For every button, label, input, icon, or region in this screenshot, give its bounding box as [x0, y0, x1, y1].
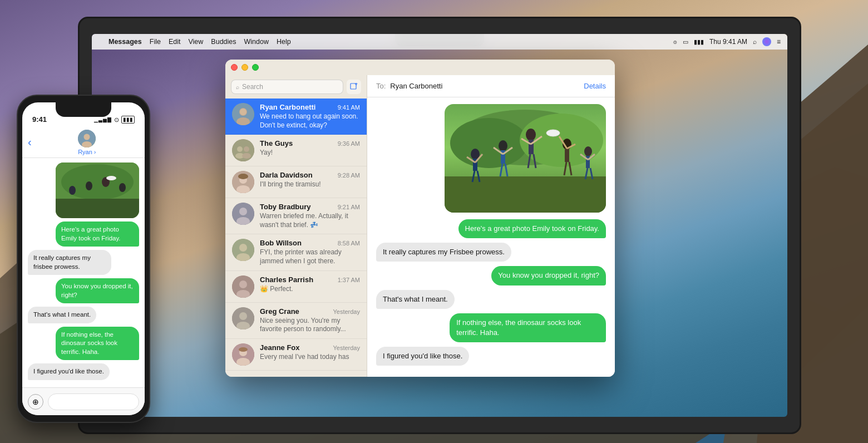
conv-time-jeanne: Yesterday — [333, 344, 360, 351]
chat-area: To: Ryan Carbonetti Details — [367, 75, 615, 377]
control-center-icon[interactable]: ≡ — [777, 38, 781, 46]
compose-icon — [350, 83, 358, 91]
avatar-greg-image — [232, 307, 254, 329]
menu-window[interactable]: Window — [244, 38, 269, 46]
conv-header-guys: The Guys 9:36 AM — [260, 139, 360, 147]
close-button[interactable] — [231, 64, 238, 71]
chat-photo-frisbee — [445, 104, 606, 213]
avatar-bob — [232, 239, 254, 261]
back-button[interactable]: ‹ — [28, 136, 32, 149]
avatar-ryan — [232, 103, 254, 125]
conv-time-guys: 9:36 AM — [338, 140, 360, 147]
conv-name-charles: Charles Parrish — [260, 275, 313, 284]
conv-content-jeanne: Jeanne Fox Yesterday Every meal I've had… — [260, 343, 360, 362]
battery-icon: ▮▮▮ — [694, 38, 704, 46]
svg-point-53 — [546, 130, 560, 136]
spotlight-icon[interactable]: ⌕ — [753, 38, 757, 46]
conversations-sidebar: ⌕ Search — [225, 75, 367, 377]
iphone-bubble-received-1: It really captures my frisbee prowess. — [28, 250, 111, 275]
svg-point-30 — [239, 312, 247, 320]
conversation-charles[interactable]: Charles Parrish 1:37 AM 👑 Perfect. — [225, 271, 367, 303]
svg-rect-55 — [565, 149, 569, 162]
macbook-screen: Messages File Edit View Buddies Window H… — [92, 34, 787, 417]
iphone-bubble-received-2: That's what I meant. — [28, 307, 96, 323]
avatar-darla — [232, 171, 254, 193]
conversation-list: Ryan Carbonetti 9:41 AM We need to hang … — [225, 99, 367, 377]
window-body: ⌕ Search — [225, 75, 615, 377]
iphone-notch — [56, 102, 111, 117]
svg-point-82 — [106, 176, 116, 180]
avatar-ryan-image — [232, 103, 254, 125]
conversation-darla[interactable]: Darla Davidson 9:28 AM I'll bring the ti… — [225, 166, 367, 198]
avatar-charles — [232, 275, 254, 298]
menu-buddies[interactable]: Buddies — [211, 38, 236, 46]
conv-header-darla: Darla Davidson 9:28 AM — [260, 171, 360, 179]
conv-preview-greg: Nice seeing you. You're my favorite pers… — [260, 317, 360, 334]
svg-point-12 — [237, 146, 243, 152]
conv-preview-bob: FYI, the printer was already jammed when… — [260, 248, 360, 265]
maximize-button[interactable] — [252, 64, 259, 71]
conversation-toby[interactable]: Toby Bradbury 9:21 AM Warren briefed me.… — [225, 198, 367, 234]
menu-view[interactable]: View — [188, 38, 203, 46]
details-button[interactable]: Details — [584, 82, 606, 90]
svg-point-15 — [242, 153, 251, 159]
chat-bubble-sent-1: Here's a great photo Emily took on Frida… — [458, 219, 606, 238]
conv-content-greg: Greg Crane Yesterday Nice seeing you. Yo… — [260, 307, 360, 334]
conversation-the-guys[interactable]: The Guys 9:36 AM Yay! — [225, 135, 367, 166]
conv-content-bob: Bob Willson 8:58 AM FYI, the printer was… — [260, 239, 360, 265]
minimize-button[interactable] — [241, 64, 248, 71]
to-label: To: — [376, 82, 386, 90]
menu-help[interactable]: Help — [277, 38, 291, 46]
svg-point-73 — [84, 134, 90, 140]
conv-preview-jeanne: Every meal I've had today has — [260, 353, 360, 362]
iphone-input-bar: ⊕ — [22, 387, 145, 415]
svg-rect-77 — [56, 199, 139, 218]
svg-point-19 — [238, 174, 248, 179]
conv-time-ryan: 9:41 AM — [338, 104, 360, 111]
conv-header-charles: Charles Parrish 1:37 AM — [260, 275, 360, 284]
signal-bars-icon: ▁▃▅▇ — [94, 117, 112, 122]
search-box[interactable]: ⌕ Search — [231, 80, 343, 94]
svg-point-11 — [232, 139, 254, 161]
conversation-greg[interactable]: Greg Crane Yesterday Nice seeing you. Yo… — [225, 303, 367, 339]
avatar-charles-image — [232, 275, 254, 298]
app-name-menu[interactable]: Messages — [108, 38, 142, 46]
conv-time-toby: 9:21 AM — [338, 204, 360, 210]
siri-icon[interactable] — [762, 37, 771, 46]
avatar-toby — [232, 203, 254, 225]
conv-time-darla: 9:28 AM — [338, 172, 360, 179]
conversation-jeanne[interactable]: Jeanne Fox Yesterday Every meal I've had… — [225, 339, 367, 371]
avatar-jeanne — [232, 343, 254, 366]
iphone-clock: 9:41 — [32, 115, 47, 124]
menu-file[interactable]: File — [150, 38, 161, 46]
iphone-messages: Here's a great photo Emily took on Frida… — [22, 158, 145, 387]
iphone-camera-button[interactable]: ⊕ — [28, 394, 43, 410]
compose-button[interactable] — [347, 80, 361, 94]
conv-content-darla: Darla Davidson 9:28 AM I'll bring the ti… — [260, 171, 360, 189]
svg-rect-40 — [445, 176, 606, 213]
iphone-contact-name[interactable]: Ryan › — [78, 149, 96, 155]
conv-header-greg: Greg Crane Yesterday — [260, 307, 360, 316]
iphone-screen: 9:41 ▁▃▅▇ ⊙ ▮▮▮ ‹ — [22, 102, 145, 415]
chat-bubble-sent-3: If nothing else, the dinosaur socks look… — [450, 313, 606, 342]
airplay-icon: ▭ — [683, 38, 688, 46]
chat-bubble-received-2: That's what I meant. — [376, 290, 455, 309]
svg-point-27 — [239, 280, 247, 288]
avatar-darla-image — [232, 171, 254, 193]
iphone-message-input[interactable] — [48, 393, 139, 410]
conv-content-toby: Toby Bradbury 9:21 AM Warren briefed me.… — [260, 203, 360, 229]
iphone-avatar — [78, 130, 96, 147]
avatar-greg — [232, 307, 254, 329]
conversation-bob[interactable]: Bob Willson 8:58 AM FYI, the printer was… — [225, 234, 367, 270]
menu-edit[interactable]: Edit — [169, 38, 181, 46]
menu-clock: Thu 9:41 AM — [709, 38, 747, 46]
frisbee-photo-svg — [445, 104, 606, 213]
conv-header-toby: Toby Bradbury 9:21 AM — [260, 203, 360, 211]
conversation-ryan-carbonetti[interactable]: Ryan Carbonetti 9:41 AM We need to hang … — [225, 99, 367, 135]
conv-preview-darla: I'll bring the tiramisu! — [260, 180, 360, 189]
svg-point-45 — [499, 140, 507, 151]
conv-name-darla: Darla Davidson — [260, 171, 313, 179]
svg-point-49 — [526, 129, 536, 141]
conv-header-jeanne: Jeanne Fox Yesterday — [260, 343, 360, 352]
conv-name-toby: Toby Bradbury — [260, 203, 311, 211]
